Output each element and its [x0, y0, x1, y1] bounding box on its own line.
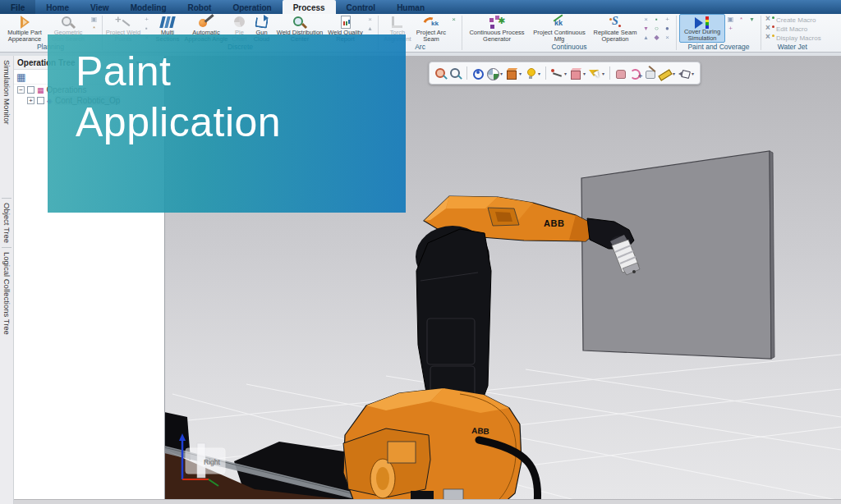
button-label: Display Macros — [776, 34, 821, 42]
view-orientation-icon[interactable] — [486, 66, 499, 80]
seam-loop-icon[interactable]: ○ — [652, 25, 661, 33]
coverage-panel-icon[interactable]: ▣ — [726, 16, 735, 24]
dropdown-caret-icon[interactable]: ▾ — [500, 71, 503, 76]
group-separator — [761, 16, 761, 50]
multiple-part-appearance-icon — [15, 15, 34, 29]
markup-icon[interactable] — [644, 66, 657, 80]
multiple-part-appearance-button[interactable]: Multiple Part Appearance — [2, 14, 48, 43]
dimension-icon[interactable] — [550, 66, 563, 80]
tab-file[interactable]: File — [0, 0, 35, 14]
tree-checkbox[interactable] — [27, 86, 34, 94]
tree-checkbox[interactable] — [37, 97, 44, 104]
continuous-process-generator-button[interactable]: Continuous Process Generator — [465, 14, 529, 43]
project-arc-seam-icon — [421, 15, 441, 29]
seam-angle-icon[interactable]: ▴ — [641, 34, 650, 42]
weld-point-pin-icon[interactable]: ▪ — [142, 25, 151, 33]
seam-check-icon[interactable]: × — [449, 16, 458, 24]
ribbon-tab-bar: FileHomeViewModelingRobotOperationProces… — [0, 0, 841, 14]
seam-locate-icon[interactable]: ▪ — [652, 16, 661, 24]
project-arc-seam-button[interactable]: Project Arc Seam — [414, 14, 448, 43]
tab-control[interactable]: Control — [336, 0, 387, 14]
cover-during-simulation-button[interactable]: Cover During Simulation — [679, 14, 725, 43]
coverage-brush-icon[interactable]: ▾ — [747, 16, 756, 24]
weld-point-add-icon[interactable]: + — [142, 16, 151, 24]
shading-mode-icon[interactable] — [505, 66, 518, 80]
dropdown-caret-icon[interactable]: ▾ — [692, 71, 694, 76]
tab-process[interactable]: Process — [283, 0, 336, 14]
gun-wizard-icon[interactable]: * — [90, 25, 99, 33]
edit-macro-button[interactable]: Edit Macro — [765, 25, 821, 34]
dropdown-caret-icon[interactable]: ▾ — [564, 71, 567, 76]
coverage-spray-icon[interactable]: + — [726, 25, 735, 33]
banner-title-line1: Paint — [76, 46, 406, 97]
toolbar-separator — [609, 66, 610, 80]
tree-columns-icon[interactable]: ▦ — [16, 72, 25, 82]
tab-operation[interactable]: Operation — [222, 0, 282, 14]
tree-expander-icon[interactable]: + — [27, 97, 34, 104]
group-separator — [676, 16, 677, 50]
small-icon-group: × — [448, 14, 459, 25]
sidebar-tab-logical-collections-tree[interactable]: Logical Collections Tree — [2, 248, 11, 339]
replicate-seam-operation-icon — [605, 15, 625, 29]
robot-reach-icon[interactable]: × — [365, 16, 375, 24]
dropdown-caret-icon[interactable]: ▾ — [673, 71, 675, 76]
dropdown-caret-icon[interactable]: ▾ — [583, 71, 586, 76]
lighting-icon[interactable] — [524, 66, 537, 80]
toolbar-separator — [466, 66, 467, 80]
sidebar-tab-simulation-monitor[interactable]: Simulation Monitor — [2, 56, 11, 129]
robot-forearm — [416, 226, 491, 416]
weld-quality-report-icon — [336, 15, 356, 29]
seam-flip-icon[interactable]: × — [641, 16, 650, 24]
seam-edit-icon[interactable]: ▾ — [641, 25, 650, 33]
geometric-gun-search-icon — [58, 15, 78, 29]
paint-target-panel[interactable] — [581, 151, 774, 359]
sidebar-tab-strip: Simulation MonitorObject TreeLogical Col… — [0, 56, 14, 504]
small-icon-group: ×▪+▾○●▴◆× — [641, 14, 673, 44]
ruler-icon[interactable] — [659, 66, 672, 80]
dropdown-caret-icon[interactable]: ▾ — [519, 71, 522, 76]
project-continuous-mfg-button[interactable]: Project Continuous Mfg — [529, 14, 590, 43]
zoom-in-icon[interactable] — [434, 66, 448, 80]
tab-home[interactable]: Home — [35, 0, 80, 14]
tab-view[interactable]: View — [80, 0, 120, 14]
paint-bucket-icon[interactable] — [678, 66, 691, 80]
group-separator — [462, 16, 462, 50]
display-macros-button[interactable]: Display Macros — [765, 34, 821, 43]
seam-robot-icon[interactable]: ◆ — [652, 34, 661, 42]
automatic-approach-angle-icon — [196, 15, 216, 29]
button-label: Edit Macro — [776, 25, 807, 33]
torch-alignment-icon — [388, 15, 407, 29]
rotate-view-icon[interactable] — [629, 66, 642, 80]
bottom-edge-strip — [0, 499, 841, 504]
seam-copy-icon[interactable]: × — [663, 34, 672, 42]
select-zone-icon[interactable]: ▣ — [90, 16, 99, 24]
multi-sections-icon — [158, 15, 177, 29]
tree-expander-icon[interactable]: − — [17, 86, 25, 94]
coverage-burst-icon[interactable]: * — [737, 16, 746, 24]
group-label: Paint and Coverage — [679, 43, 758, 51]
pie-chart-icon — [230, 15, 250, 29]
selection-filter-icon[interactable] — [588, 66, 601, 80]
sidebar-tab-object-tree[interactable]: Object Tree — [2, 199, 11, 247]
zoom-out-icon[interactable] — [449, 66, 462, 80]
cover-during-simulation-icon — [692, 16, 712, 28]
tab-modeling[interactable]: Modeling — [120, 0, 177, 14]
arm-brand-label: ABB — [544, 218, 564, 228]
seam-solid-icon[interactable]: ● — [663, 25, 672, 33]
tab-robot[interactable]: Robot — [177, 0, 223, 14]
dropdown-caret-icon[interactable]: ▾ — [602, 71, 604, 76]
display-style-icon[interactable] — [569, 66, 582, 80]
group-label: Continuous — [465, 43, 673, 51]
base-brand-label: ABB — [471, 426, 489, 436]
toolbar-separator — [545, 66, 546, 80]
create-macro-button[interactable]: Create Macro — [765, 16, 821, 25]
tab-human[interactable]: Human — [386, 0, 435, 14]
seam-lock-icon[interactable]: + — [663, 16, 672, 24]
swap-gun-icon[interactable]: ▴ — [365, 25, 375, 33]
button-label: Multiple Part Appearance — [2, 30, 48, 43]
grab-icon[interactable] — [614, 66, 627, 80]
center-view-icon[interactable] — [471, 66, 485, 80]
replicate-seam-operation-button[interactable]: Replicate Seam Operation — [590, 14, 641, 43]
ribbon-group-water-jet: Create MacroEdit MacroDisplay MacrosWate… — [764, 14, 821, 52]
dropdown-caret-icon[interactable]: ▾ — [538, 71, 540, 76]
